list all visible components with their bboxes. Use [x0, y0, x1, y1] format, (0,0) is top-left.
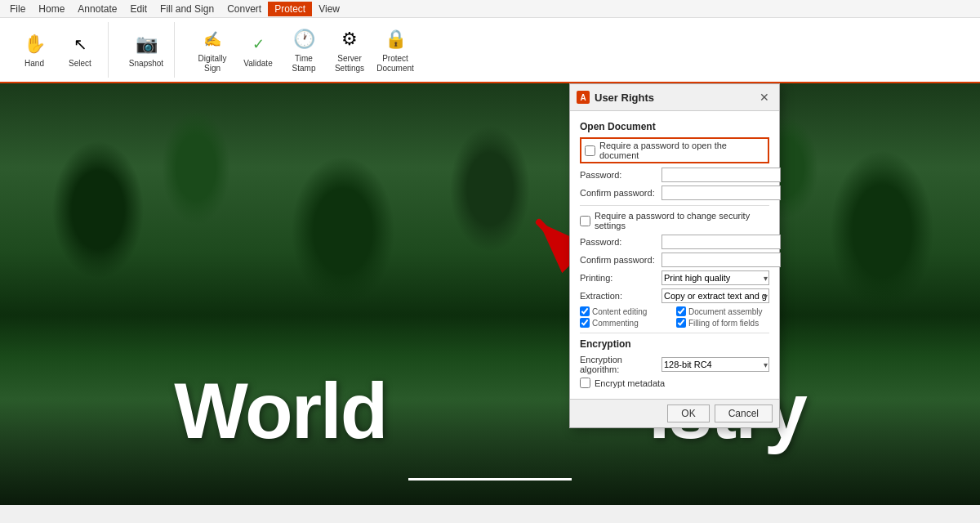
encryption-algorithm-select-wrapper: 128-bit RC4 — [662, 357, 769, 372]
server-settings-label: Server Settings — [330, 54, 369, 74]
select-tool-button[interactable]: ↖ Select — [59, 22, 101, 78]
validate-label: Validate — [243, 59, 272, 69]
snapshot-button[interactable]: 📷 Snapshot — [125, 22, 167, 78]
extraction-label: Extraction: — [580, 291, 662, 301]
require-password-checkbox[interactable] — [585, 145, 595, 156]
printing-select[interactable]: Print high quality — [662, 270, 769, 285]
encryption-header: Encryption — [580, 338, 769, 350]
password-input[interactable] — [662, 168, 781, 182]
menu-protect[interactable]: Protect — [268, 2, 312, 16]
password-label: Password: — [580, 170, 662, 180]
dialog-footer: OK Cancel — [570, 399, 779, 427]
security-password-row: Password: — [580, 235, 769, 249]
ribbon: ✋ Hand ↖ Select 📷 Snapshot ✍ Digitally S… — [0, 18, 980, 83]
filling-form-fields-checkbox[interactable] — [676, 318, 686, 328]
printing-select-wrapper: Print high quality — [662, 270, 769, 285]
main-content: World istry A User Rights ✕ Open Documen… — [0, 83, 980, 505]
content-editing-label: Content editing — [592, 307, 647, 316]
timestamp-icon: 🕐 — [291, 26, 317, 52]
snapshot-label: Snapshot — [129, 59, 163, 69]
encrypt-metadata-row: Encrypt metadata — [580, 378, 769, 388]
commenting-checkbox-row: Commenting — [580, 318, 673, 328]
hand-tool-button[interactable]: ✋ Hand — [13, 22, 56, 78]
security-confirm-password-label: Confirm password: — [580, 255, 662, 265]
section-divider-1 — [580, 205, 769, 206]
ribbon-group-snapshot: 📷 Snapshot — [118, 22, 175, 78]
select-label: Select — [69, 59, 91, 69]
select-icon: ↖ — [67, 31, 93, 57]
document-assembly-checkbox-row: Document assembly — [676, 306, 769, 316]
encryption-algorithm-label: Encryption algorithm: — [580, 355, 662, 374]
document-assembly-checkbox[interactable] — [676, 306, 686, 316]
confirm-password-row: Confirm password: — [580, 186, 769, 200]
require-password-checkbox-row: Require a password to open the document — [580, 137, 769, 163]
protect-document-icon: 🔒 — [382, 26, 408, 52]
commenting-label: Commenting — [592, 319, 639, 328]
printing-row: Printing: Print high quality — [580, 270, 769, 285]
extraction-select-wrapper: Copy or extract text and graphics — [662, 288, 769, 303]
commenting-checkbox[interactable] — [580, 318, 590, 328]
encrypt-metadata-checkbox[interactable] — [580, 378, 590, 388]
security-password-input[interactable] — [662, 235, 781, 249]
filling-form-fields-label: Filling of form fields — [688, 319, 759, 328]
validate-button[interactable]: ✓ Validate — [237, 22, 279, 78]
dialog-title-content: A User Rights — [577, 91, 654, 104]
confirm-password-label: Confirm password: — [580, 188, 662, 198]
menu-annotate[interactable]: Annotate — [71, 2, 123, 16]
dialog-body: Open Document Require a password to open… — [570, 111, 779, 399]
menu-view[interactable]: View — [312, 2, 346, 16]
digitally-sign-button[interactable]: ✍ Digitally Sign — [191, 22, 234, 78]
ribbon-group-protect: ✍ Digitally Sign ✓ Validate 🕐 Time Stamp… — [185, 22, 423, 78]
digitally-sign-icon: ✍ — [199, 26, 225, 52]
permissions-checkboxes: Content editing Document assembly Commen… — [580, 306, 769, 328]
open-document-header: Open Document — [580, 121, 769, 132]
menu-bar: File Home Annotate Edit Fill and Sign Co… — [0, 0, 980, 18]
security-confirm-password-input[interactable] — [662, 253, 781, 267]
protect-document-button[interactable]: 🔒 Protect Document — [374, 22, 416, 78]
menu-convert[interactable]: Convert — [220, 2, 268, 16]
filling-form-fields-checkbox-row: Filling of form fields — [676, 318, 769, 328]
password-row: Password: — [580, 168, 769, 182]
encryption-algorithm-row: Encryption algorithm: 128-bit RC4 — [580, 355, 769, 374]
cancel-button[interactable]: Cancel — [715, 405, 773, 422]
world-forestry-title: World istry — [0, 366, 980, 456]
content-editing-checkbox-row: Content editing — [580, 306, 673, 316]
dialog-close-button[interactable]: ✕ — [756, 89, 773, 105]
server-settings-button[interactable]: ⚙ Server Settings — [328, 22, 371, 78]
snapshot-icon: 📷 — [133, 31, 159, 57]
require-password-label: Require a password to open the document — [599, 141, 764, 160]
section-divider-2 — [580, 333, 769, 333]
decorative-line — [408, 478, 572, 481]
document-assembly-label: Document assembly — [688, 307, 763, 316]
extraction-row: Extraction: Copy or extract text and gra… — [580, 288, 769, 303]
require-security-password-label: Require a password to change security se… — [595, 211, 769, 230]
encryption-algorithm-select[interactable]: 128-bit RC4 — [662, 357, 769, 372]
user-rights-dialog: A User Rights ✕ Open Document Require a … — [569, 83, 780, 428]
protect-document-label: Protect Document — [376, 54, 415, 74]
digitally-sign-label: Digitally Sign — [193, 54, 232, 74]
menu-file[interactable]: File — [3, 2, 32, 16]
dialog-title-bar: A User Rights ✕ — [570, 84, 779, 111]
menu-home[interactable]: Home — [32, 2, 71, 16]
require-security-password-checkbox[interactable] — [580, 216, 590, 226]
require-security-password-row: Require a password to change security se… — [580, 211, 769, 230]
dialog-title: User Rights — [595, 92, 654, 104]
extraction-select[interactable]: Copy or extract text and graphics — [662, 288, 769, 303]
security-password-label: Password: — [580, 237, 662, 247]
menu-fill-sign[interactable]: Fill and Sign — [154, 2, 220, 16]
confirm-password-input[interactable] — [662, 186, 781, 200]
server-settings-icon: ⚙ — [336, 26, 363, 52]
content-editing-checkbox[interactable] — [580, 306, 590, 316]
menu-edit[interactable]: Edit — [123, 2, 154, 16]
ok-button[interactable]: OK — [667, 405, 709, 422]
hand-icon: ✋ — [21, 31, 47, 57]
hand-label: Hand — [24, 59, 44, 69]
timestamp-label: Time Stamp — [284, 54, 323, 74]
security-confirm-password-row: Confirm password: — [580, 253, 769, 267]
dialog-app-icon: A — [577, 91, 590, 104]
validate-icon: ✓ — [245, 31, 271, 57]
printing-label: Printing: — [580, 273, 662, 283]
encrypt-metadata-label: Encrypt metadata — [595, 378, 665, 388]
ribbon-group-tools: ✋ Hand ↖ Select — [7, 22, 109, 78]
timestamp-button[interactable]: 🕐 Time Stamp — [283, 22, 325, 78]
